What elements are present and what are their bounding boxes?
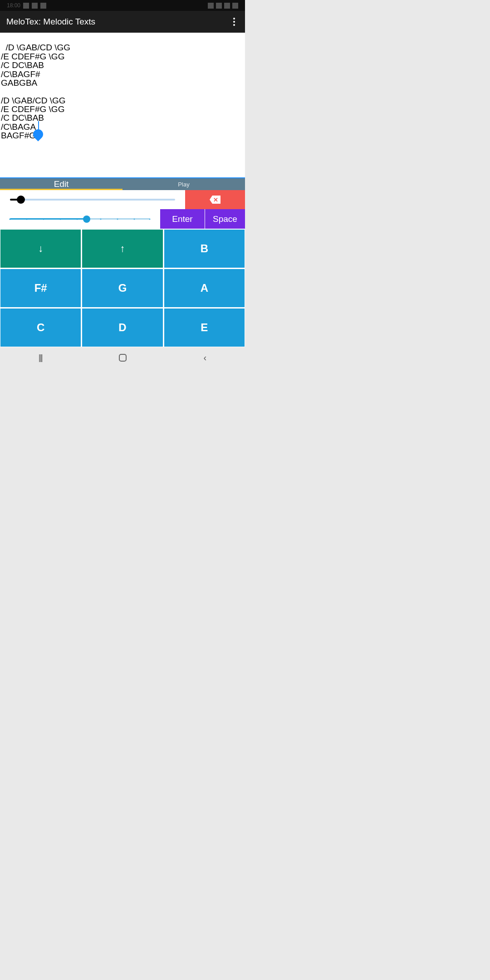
key-label: G <box>118 282 127 294</box>
key-note-c[interactable]: C <box>0 309 81 347</box>
check-icon <box>40 3 46 9</box>
key-note-g[interactable]: G <box>82 269 162 307</box>
key-note-e[interactable]: E <box>164 309 245 347</box>
nav-home-button[interactable] <box>119 354 127 362</box>
octave-slider-thumb[interactable] <box>17 196 25 204</box>
nav-back-button[interactable]: ‹ <box>204 353 207 363</box>
tab-play[interactable]: Play <box>122 178 245 190</box>
tab-edit-label: Edit <box>54 179 69 189</box>
enter-button[interactable]: Enter <box>160 209 205 229</box>
space-button-label: Space <box>213 214 237 224</box>
key-label: D <box>118 321 126 334</box>
key-label: C <box>37 321 44 334</box>
status-bar: 18:00 <box>0 0 245 11</box>
enter-button-label: Enter <box>172 214 192 224</box>
melody-editor[interactable]: /D \GAB/CD \GG /E CDEF#G \GG /C DC\BAB /… <box>0 33 245 177</box>
tempo-slider-wrap <box>0 209 160 229</box>
key-note-b[interactable]: B <box>164 230 245 268</box>
arrow-up-icon: ↑ <box>120 243 125 255</box>
mode-tabs: Edit Play <box>0 177 245 190</box>
more-options-icon[interactable] <box>230 14 239 29</box>
tab-play-label: Play <box>178 181 189 188</box>
snooze-icon <box>32 3 38 9</box>
key-octave-down[interactable]: ↓ <box>0 230 81 268</box>
key-octave-up[interactable]: ↑ <box>82 230 162 268</box>
arrow-down-icon: ↓ <box>38 243 43 255</box>
controls-row-1: ✕ <box>0 190 245 209</box>
status-time: 18:00 <box>7 2 20 9</box>
tab-edit[interactable]: Edit <box>0 178 122 190</box>
key-note-a[interactable]: A <box>164 269 245 307</box>
nav-recent-button[interactable]: ||| <box>39 353 42 363</box>
octave-slider-wrap <box>0 190 185 209</box>
backspace-icon: ✕ <box>210 196 220 204</box>
backspace-button[interactable]: ✕ <box>185 190 245 209</box>
space-button[interactable]: Space <box>205 209 245 229</box>
editor-content: /D \GAB/CD \GG /E CDEF#G \GG /C DC\BAB /… <box>1 43 70 140</box>
android-nav-bar: ||| ‹ <box>0 347 245 368</box>
key-label: E <box>201 321 208 334</box>
app-bar: MeloTex: Melodic Texts <box>0 11 245 33</box>
image-icon <box>23 3 29 9</box>
tempo-slider[interactable] <box>10 218 150 220</box>
key-note-fsharp[interactable]: F# <box>0 269 81 307</box>
tempo-slider-thumb[interactable] <box>83 216 90 223</box>
battery-icon <box>232 3 238 9</box>
signal-icon <box>224 3 230 9</box>
alarm-icon <box>208 3 214 9</box>
key-label: B <box>201 242 208 255</box>
key-label: A <box>201 282 208 294</box>
note-keypad: ↓ ↑ B F# G A C D E <box>0 229 245 347</box>
app-title: MeloTex: Melodic Texts <box>6 17 95 27</box>
key-label: F# <box>34 282 47 294</box>
controls-row-2: Enter Space <box>0 209 245 229</box>
octave-slider[interactable] <box>10 199 175 201</box>
key-note-d[interactable]: D <box>82 309 162 347</box>
wifi-icon <box>216 3 222 9</box>
